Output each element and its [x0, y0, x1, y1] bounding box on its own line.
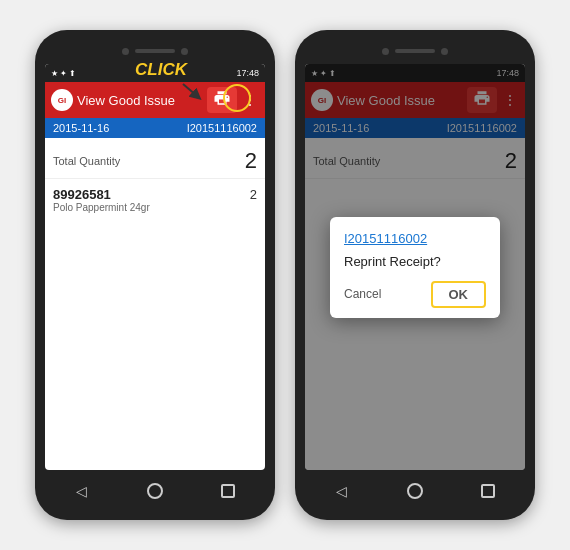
item-code-1: 89926581: [53, 187, 150, 202]
back-button-1[interactable]: ◁: [73, 482, 91, 500]
item-name-1: Polo Pappermint 24gr: [53, 202, 150, 213]
home-button-1[interactable]: [146, 482, 164, 500]
phone-top-1: [45, 44, 265, 58]
status-time-1: 17:48: [236, 68, 259, 78]
camera-dot-3: [382, 48, 389, 55]
dialog-doc-id: I20151116002: [344, 231, 486, 246]
recents-button-1[interactable]: [219, 482, 237, 500]
speaker-bar-2: [395, 49, 435, 53]
recents-button-2[interactable]: [479, 482, 497, 500]
more-options-1[interactable]: ⋮: [241, 92, 259, 108]
app-toolbar-1: GI View Good Issue ⋮: [45, 82, 265, 118]
phone-2: ★ ✦ ⬆ 17:48 GI View Good Issue ⋮ 2015-11…: [295, 30, 535, 520]
status-bar-1: ★ ✦ ⬆ 17:48: [45, 64, 265, 82]
camera-dot-2: [181, 48, 188, 55]
toolbar-title-1: View Good Issue: [77, 93, 203, 108]
reprint-dialog: I20151116002 Reprint Receipt? Cancel OK: [330, 217, 500, 318]
dialog-buttons: Cancel OK: [344, 281, 486, 308]
sub-date-1: 2015-11-16: [53, 122, 109, 134]
item-row-1: 89926581 Polo Pappermint 24gr 2: [45, 179, 265, 221]
dialog-overlay: I20151116002 Reprint Receipt? Cancel OK: [305, 64, 525, 470]
camera-dot: [122, 48, 129, 55]
back-button-2[interactable]: ◁: [333, 482, 351, 500]
status-left-icons: ★ ✦ ⬆: [51, 69, 76, 78]
screen-2: ★ ✦ ⬆ 17:48 GI View Good Issue ⋮ 2015-11…: [305, 64, 525, 470]
back-icon-1: ◁: [76, 483, 87, 499]
print-button-1[interactable]: [207, 87, 237, 113]
sub-header-1: 2015-11-16 I20151116002: [45, 118, 265, 138]
phone-nav-1: ◁: [45, 476, 265, 506]
item-qty-1: 2: [250, 187, 257, 202]
sub-doc-id-1: I20151116002: [187, 122, 257, 134]
total-quantity-row-1: Total Quantity 2: [45, 138, 265, 179]
total-quantity-value-1: 2: [245, 148, 257, 174]
recents-icon-1: [221, 484, 235, 498]
total-quantity-label-1: Total Quantity: [53, 155, 120, 167]
cancel-button[interactable]: Cancel: [344, 287, 381, 301]
speaker-bar: [135, 49, 175, 53]
item-info-1: 89926581 Polo Pappermint 24gr: [53, 187, 150, 213]
screen-1: ★ ✦ ⬆ 17:48 GI View Good Issue ⋮ 2015-11…: [45, 64, 265, 470]
recents-icon-2: [481, 484, 495, 498]
phone-nav-2: ◁: [305, 476, 525, 506]
home-button-2[interactable]: [406, 482, 424, 500]
home-icon-2: [407, 483, 423, 499]
app-logo-1: GI: [51, 89, 73, 111]
phone-top-2: [305, 44, 525, 58]
phone-1: CLICK ★ ✦ ⬆ 17:48 GI View Good Issue: [35, 30, 275, 520]
printer-icon-1: [213, 89, 231, 111]
ok-button[interactable]: OK: [431, 281, 487, 308]
back-icon-2: ◁: [336, 483, 347, 499]
dialog-question: Reprint Receipt?: [344, 254, 486, 269]
home-icon-1: [147, 483, 163, 499]
camera-dot-4: [441, 48, 448, 55]
